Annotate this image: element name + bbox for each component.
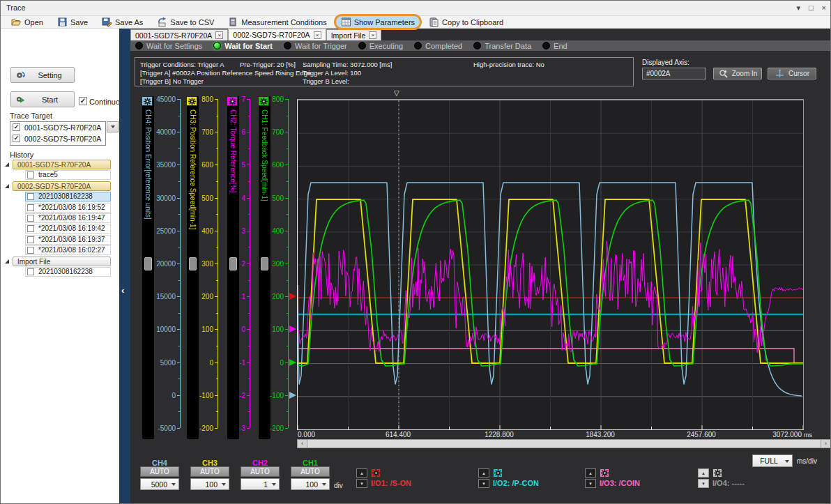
history-item-checkbox[interactable] [27, 225, 34, 232]
axis-slider-handle-ch2[interactable] [229, 257, 237, 270]
history-item-checkbox[interactable] [27, 268, 34, 275]
io-settings-gear-icon[interactable] [600, 468, 609, 478]
tab-close-icon[interactable]: × [215, 31, 223, 39]
plot-horizontal-scrollbar[interactable]: ‹› [297, 439, 831, 448]
history-item-2021-03-08-16-19-52[interactable]: *2021/03/08 16:19:52 [25, 203, 111, 213]
toolbar-measurement-conditions-button[interactable]: Measurement Conditions [223, 16, 331, 28]
io-settings-gear-icon[interactable] [371, 468, 381, 478]
axis-title-ch4: CH4: Position Error[reference units] [144, 109, 152, 220]
status-dot [135, 42, 143, 49]
tree-expander-icon[interactable] [5, 259, 9, 264]
axis-slider-handle-ch1[interactable] [261, 257, 268, 270]
io-settings-gear-icon[interactable] [712, 468, 722, 478]
tree-expander-icon[interactable] [5, 184, 9, 188]
history-item-2021-03-08-16-19-37[interactable]: *2021/03/08 16:19:37 [25, 235, 111, 245]
toolbar-save-button[interactable]: Save [52, 16, 93, 28]
toolbar-copy-to-clipboard-button[interactable]: Copy to Clipboard [424, 16, 508, 28]
trace-target-0002-sgd7s-r70f20a[interactable]: 0002-SGD7S-R70F20A✓ [10, 133, 105, 144]
div-value-select-ch4[interactable]: 5000 [140, 478, 179, 490]
window-window-menu-button[interactable]: ▾ [796, 3, 800, 13]
scrollbar-thumb[interactable] [307, 440, 821, 448]
history-group-0002-sgd7s-r70f20a[interactable]: 0002-SGD7S-R70F20A [13, 181, 111, 191]
io-up-button[interactable]: ▲ [478, 468, 489, 478]
tab-close-icon[interactable]: × [314, 31, 321, 39]
io-down-button[interactable]: ▼ [585, 479, 596, 488]
history-item-checkbox[interactable] [27, 236, 34, 243]
axis-tick-label: -100 [268, 392, 284, 399]
auto-scale-button-ch3[interactable]: AUTO [190, 466, 229, 477]
history-item-checkbox[interactable] [27, 215, 34, 222]
toolbar-save-to-csv-button[interactable]: Save to CSV [152, 16, 219, 28]
toolbar-open-button[interactable]: Open [6, 16, 48, 28]
toolbar-save-as-button[interactable]: Save As [97, 16, 148, 28]
history-group-import-file[interactable]: Import File [13, 257, 111, 266]
trigger-position-marker[interactable]: ▽ [394, 89, 399, 97]
io-signal-label-i-o2-p-con: I/O2: /P-CON [493, 479, 539, 487]
trace-target-checkbox[interactable]: ✓ [13, 135, 20, 142]
zoom-in-button[interactable]: Zoom In [713, 68, 762, 79]
trace-target-dropdown-button[interactable] [107, 121, 119, 132]
io-settings-gear-icon[interactable] [493, 468, 503, 478]
history-item-2021-03-08-16-02-27[interactable]: *2021/03/08 16:02:27 [25, 245, 111, 255]
start-button[interactable]: Start [10, 91, 75, 107]
auto-scale-button-ch4[interactable]: AUTO [140, 466, 179, 477]
cursor-label: Cursor [788, 70, 809, 77]
setting-button[interactable]: Setting [10, 67, 75, 83]
trace-target-label: Trace Target [10, 112, 52, 120]
window-maximize-button[interactable]: □ [809, 3, 814, 13]
continuous-checkbox[interactable]: ✓ [79, 97, 87, 105]
scroll-left-icon[interactable]: ‹ [298, 440, 307, 448]
history-item-checkbox[interactable] [27, 247, 34, 254]
history-item-2021-03-08-16-19-47[interactable]: *2021/03/08 16:19:47 [25, 213, 111, 223]
trace-target-0001-sgd7s-r70f20a[interactable]: 0001-SGD7S-R70F20A✓ [10, 122, 105, 133]
tab-0002-sgd7s-r70f20a[interactable]: 0002-SGD7S-R70F20A× [228, 29, 326, 40]
axis-settings-gear-icon-ch1[interactable] [258, 96, 269, 106]
toolbar-show-parameters-button[interactable]: Show Parameters [336, 16, 420, 28]
axis-tick-label: 1 [237, 293, 245, 300]
div-value-select-ch1[interactable]: 100 [291, 478, 330, 490]
tab-close-icon[interactable]: × [369, 31, 376, 39]
trace-target-checkbox[interactable]: ✓ [13, 123, 20, 131]
history-group-0001-sgd7s-r70f20a[interactable]: 0001-SGD7S-R70F20A [13, 160, 111, 169]
div-value-select-ch3[interactable]: 100 [190, 478, 229, 490]
zoom-in-icon [718, 68, 729, 79]
measurement-conditions-icon [228, 17, 238, 27]
io-down-button[interactable]: ▼ [356, 479, 367, 488]
time-range-select[interactable]: FULL [752, 455, 793, 467]
div-value-select-ch2[interactable]: 1 [241, 478, 280, 490]
axis-tick-label: 6 [237, 128, 245, 136]
sidebar-collapse-strip[interactable]: ‹ [119, 29, 130, 504]
axis-slider-handle-ch3[interactable] [189, 257, 197, 270]
axis-settings-gear-icon-ch4[interactable] [142, 96, 153, 106]
axis-tick-label: 100 [268, 326, 284, 333]
trace-target-listbox[interactable]: 0001-SGD7S-R70F20A✓0002-SGD7S-R70F20A✓ [10, 121, 106, 146]
io-up-button[interactable]: ▲ [585, 468, 596, 478]
history-item-2021-03-08-16-19-42[interactable]: *2021/03/08 16:19:42 [25, 224, 111, 234]
io-down-button[interactable]: ▼ [698, 479, 709, 488]
history-item-20210308162238[interactable]: 20210308162238 [25, 267, 111, 277]
axis-settings-gear-icon-ch2[interactable] [227, 96, 238, 106]
history-item-checkbox[interactable] [27, 171, 34, 178]
history-item-trace5[interactable]: trace5 [25, 170, 111, 180]
x-axis-tick-label: 3072.000 [746, 431, 802, 438]
plot-region[interactable] [297, 99, 804, 430]
axis-settings-gear-icon-ch3[interactable] [186, 96, 197, 106]
auto-scale-button-ch1[interactable]: AUTO [291, 466, 330, 477]
collapse-chevron-icon: ‹ [121, 285, 124, 296]
window-close-button[interactable]: × [822, 3, 826, 13]
io-down-button[interactable]: ▼ [478, 479, 489, 488]
history-item-20210308162238[interactable]: 20210308162238 [25, 192, 111, 201]
cursor-button[interactable]: Cursor [768, 68, 816, 79]
auto-scale-button-ch2[interactable]: AUTO [241, 466, 280, 477]
tab-import-file[interactable]: Import File× [326, 29, 382, 40]
tab-0001-sgd7s-r70f20a[interactable]: 0001-SGD7S-R70F20A× [130, 29, 228, 40]
status-step-completed: Completed [414, 42, 462, 50]
io-up-button[interactable]: ▲ [698, 468, 709, 478]
displayed-axis-select[interactable]: #0002A [642, 68, 706, 79]
history-item-checkbox[interactable] [27, 204, 34, 211]
scroll-right-icon[interactable]: › [821, 440, 830, 448]
io-up-button[interactable]: ▲ [356, 468, 367, 478]
history-item-checkbox[interactable] [27, 193, 34, 200]
axis-slider-handle-ch4[interactable] [144, 257, 152, 270]
tree-expander-icon[interactable] [5, 162, 9, 167]
